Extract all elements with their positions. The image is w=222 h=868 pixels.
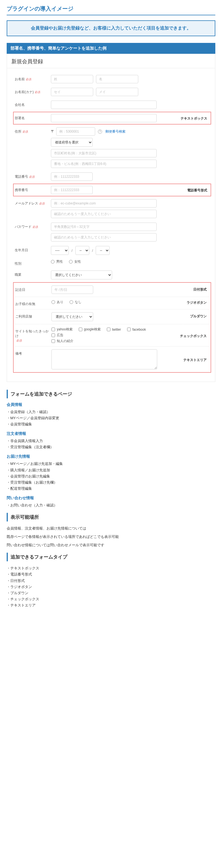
row-anniversary: 記念日 日付形式 [15,285,209,294]
subh-member: 会員情報 [7,402,215,407]
label-haschild: お子様の有無 [15,300,51,306]
label-shop: ご利用店舗 [15,312,51,319]
select-day[interactable]: -- [96,246,110,255]
row-name: お名前必須 [15,75,210,83]
input-mobile[interactable] [51,186,92,194]
radio-ari[interactable]: あり [51,300,64,305]
highlight-mobile: 携帯番号 電話番号形式 [13,184,211,196]
subh-contact: 問い合わせ情報 [7,496,215,501]
subh-ship: お届け先情報 [7,454,215,459]
input-password-confirm[interactable] [51,233,157,242]
label-gender: 性別 [15,259,51,266]
form-panel: 新規会員登録 お名前必須 お名前(カナ)必須 会社名 [7,54,215,382]
row-email: メールアドレス必須 [15,199,210,218]
label-job: 職業 [15,271,51,277]
list-ship: MYページ／お届け先追加・編集 購入情報／お届け先追加 会員管理のお届け先編集 … [7,461,215,491]
radio-female[interactable]: 女性 [69,259,81,264]
chk-facebook[interactable]: facebook [127,327,146,332]
callout-pulldown: プルダウン [190,314,207,319]
row-survey: サイトを知ったきっかけ必須 yahoo検索 google検索 twitter f… [15,327,209,343]
select-month[interactable]: -- [75,246,89,255]
label-anniversary: 記念日 [15,285,51,292]
input-sei[interactable] [51,75,93,83]
input-sei-kana[interactable] [51,88,93,96]
label-name: お名前必須 [15,75,51,82]
list-order: 非会員購入情報入力 受注管理編集（注文者欄） [7,438,215,450]
highlight-extras: 記念日 日付形式 お子様の有無 あり なし ラジオボタン ご利用店舗 選択 [13,282,211,373]
row-shop: ご利用店舗 選択してください プルダウン [15,312,209,321]
row-birthday: 生年月日 ---- / -- / -- [15,246,210,255]
row-haschild: お子様の有無 あり なし ラジオボタン [15,300,209,306]
input-anniversary[interactable] [51,285,93,294]
list-member: 会員登録（入力・確認） MYページ／会員登録内容変更 会員管理編集 [7,409,215,427]
row-tel: 電話番号必須 [15,173,210,181]
chk-twitter[interactable]: twitter [107,327,121,332]
label-password: パスワード必須 [15,223,51,229]
input-city[interactable] [51,149,157,157]
row-kana: お名前(カナ)必須 [15,88,210,96]
sep: / [92,248,93,253]
input-mei-kana[interactable] [96,88,138,96]
label-company: 会社名 [15,100,51,107]
select-shop[interactable]: 選択してください [51,312,93,321]
radio-nashi[interactable]: なし [70,300,81,305]
input-zip[interactable] [56,127,95,136]
section-formtypes: 追加できるフォームタイプ [7,553,215,561]
row-job: 職業 選択してください [15,271,210,279]
required-badge: 必須 [23,130,28,133]
input-street[interactable] [51,160,157,168]
required-badge: 必須 [35,91,40,94]
label-address: 住所必須 [15,127,51,134]
label-memo: 備考 [15,349,51,356]
callout-dateformat: 日付形式 [193,287,207,292]
link-postal-search[interactable]: 郵便番号検索 [105,129,125,134]
help-icon[interactable]: ? [98,129,102,134]
input-password[interactable] [51,223,157,231]
callout-checkbox: チェックボックス [180,334,207,338]
row-gender: 性別 男性 女性 [15,259,210,266]
required-badge: 必須 [39,202,45,205]
label-survey: サイトを知ったきっかけ必須 [15,327,51,343]
radio-male[interactable]: 男性 [51,259,63,264]
display-text1: 会員情報、注文者情報、お届け先情報については [7,525,215,531]
required-badge: 必須 [29,175,35,178]
list-contact: お問い合わせ（入力・確認） [7,502,215,508]
callout-textarea: テキストエリア [183,358,207,363]
highlight-busho: 部署名 テキストボックス [13,112,211,125]
callout-textbox: テキストボックス [181,116,207,121]
page-title: プラグインの導入イメージ [7,5,215,15]
chk-ad[interactable]: 広告 [51,333,64,338]
input-tel[interactable] [51,173,92,181]
label-tel: 電話番号必須 [15,173,51,179]
row-company: 会社名 [15,100,210,109]
input-busho[interactable] [51,114,157,122]
select-job[interactable]: 選択してください [51,271,112,279]
form-title: 新規会員登録 [7,54,215,68]
label-busho: 部署名 [15,114,51,121]
example-header: 部署名、携帯番号、簡単なアンケートを追加した例 [7,43,215,54]
list-formtypes: テキストボックス 電話番号形式 日付形式 ラジオボタン プルダウン チェックボッ… [7,565,215,609]
textarea-memo[interactable] [51,349,157,369]
row-address: 住所必須 〒 ? 郵便番号検索 都道府県を選択 [15,127,210,168]
input-email[interactable] [51,199,157,208]
input-mei[interactable] [96,75,138,83]
chk-yahoo[interactable]: yahoo検索 [51,327,73,332]
select-year[interactable]: ---- [51,246,69,255]
label-email: メールアドレス必須 [15,199,51,206]
section-displayable: 表示可能場所 [7,513,215,522]
display-text2: 既存ページで各情報が表示されている場所であればどこでも表示可能 [7,534,215,540]
label-kana: お名前(カナ)必須 [15,88,51,94]
chk-google[interactable]: google検索 [79,327,101,332]
required-badge: 必須 [33,225,38,228]
callout-radiobtn: ラジオボタン [187,300,207,305]
display-text3: 問い合わせ情報については問い合わせメールで表示可能です [7,542,215,548]
input-company[interactable] [51,100,157,109]
intro-box: 会員登録やお届け先登録など、お客様に入力していただく項目を追加できます。 [7,20,215,36]
required-badge: 必須 [26,78,31,81]
select-pref[interactable]: 都道府県を選択 [51,138,92,147]
zip-prefix: 〒 [51,129,54,134]
callout-telformat: 電話番号形式 [187,188,207,193]
chk-other[interactable]: 知人の紹介 [51,339,154,343]
input-email-confirm[interactable] [51,210,157,218]
required-badge: 必須 [16,339,22,342]
